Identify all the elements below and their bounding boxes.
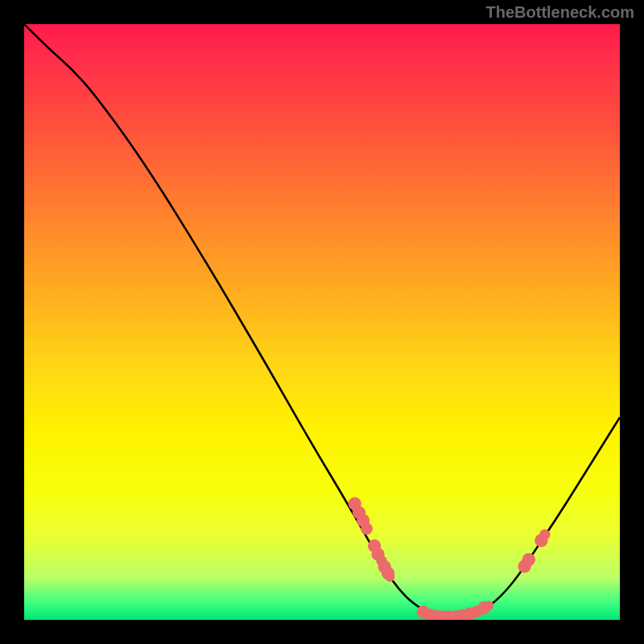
chart-marker — [361, 522, 373, 535]
chart-svg — [24, 24, 620, 620]
chart-marker — [385, 572, 394, 582]
chart-plot-area — [24, 24, 620, 620]
watermark-text: TheBottleneck.com — [486, 3, 634, 22]
chart-marker — [539, 530, 550, 540]
chart-markers — [349, 497, 551, 620]
chart-curve — [24, 24, 620, 617]
chart-marker — [522, 553, 535, 566]
chart-marker — [484, 601, 493, 610]
